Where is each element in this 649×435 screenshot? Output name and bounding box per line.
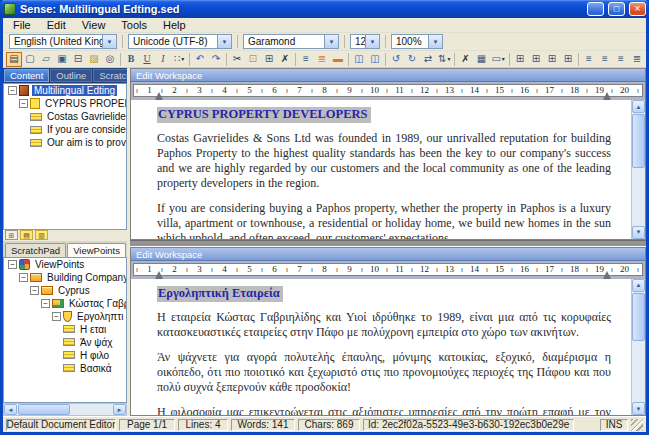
menu-edit[interactable]: Edit: [39, 19, 74, 31]
tab-outline[interactable]: Outline: [50, 69, 92, 82]
scroll-up-button[interactable]: ▲: [632, 279, 645, 292]
tree-item[interactable]: Our aim is to provide: [4, 136, 126, 149]
insert-row-below-button[interactable]: ⊞: [528, 52, 544, 67]
tree-item[interactable]: Η εται: [4, 323, 126, 336]
insert-column-right-button[interactable]: ⊞: [560, 52, 576, 67]
new-document-button[interactable]: ▢: [22, 52, 38, 67]
note-folder-button[interactable]: ▥: [35, 230, 48, 240]
right-margin-marker[interactable]: [603, 271, 611, 279]
tree-expander[interactable]: −: [30, 286, 39, 295]
tree-item[interactable]: If you are considerin: [4, 123, 126, 136]
align-center-button[interactable]: ≡: [597, 52, 613, 67]
tab-viewpoints[interactable]: ViewPoints: [67, 243, 126, 257]
export-page-button[interactable]: ▨: [86, 52, 102, 67]
text-select-button[interactable]: ∷▾: [171, 52, 187, 67]
font-size-select[interactable]: 12 ▼: [350, 34, 380, 49]
list-button[interactable]: ≣: [314, 52, 330, 67]
close-button[interactable]: ×: [629, 2, 646, 16]
undo-button[interactable]: ↶: [192, 52, 208, 67]
menu-file[interactable]: File: [5, 19, 39, 31]
tab-scratchpad-bottom[interactable]: ScratchPad: [5, 243, 66, 257]
dropdown-arrow-icon[interactable]: ▼: [217, 35, 231, 48]
thesaurus-button[interactable]: ◫: [351, 52, 367, 67]
tree-expander[interactable]: −: [8, 260, 17, 269]
menu-help[interactable]: Help: [155, 19, 194, 31]
tree-item[interactable]: Η φιλο: [4, 349, 126, 362]
tree-item[interactable]: −Εργοληπτι: [4, 310, 126, 323]
tree-item[interactable]: −Multilingual Edting: [4, 84, 126, 97]
scrollbar-thumb[interactable]: [632, 293, 645, 341]
fit-page-button[interactable]: ⇅▾: [436, 52, 452, 67]
dropdown-arrow-icon[interactable]: ▼: [102, 35, 116, 48]
encoding-select[interactable]: Unicode (UTF-8) ▼: [128, 34, 232, 49]
resize-grip[interactable]: [631, 419, 643, 431]
right-margin-marker[interactable]: [603, 92, 611, 100]
tree-item[interactable]: Βασικά: [4, 362, 126, 375]
tree-expander[interactable]: −: [8, 86, 17, 95]
redo-button[interactable]: ↷: [208, 52, 224, 67]
edit-workspace-top[interactable]: CYPRUS PROPERTY DEVELOPERS Costas Gavrie…: [131, 100, 645, 239]
language-select[interactable]: English (United Kingdom) ▼: [9, 34, 117, 49]
justify-button[interactable]: ≣: [629, 52, 645, 67]
font-select[interactable]: Garamond ▼: [243, 34, 339, 49]
left-margin-marker[interactable]: [155, 92, 163, 100]
scroll-right-button[interactable]: ►: [113, 404, 126, 415]
dictionary-button[interactable]: ◫: [367, 52, 383, 67]
scroll-up-button[interactable]: ▲: [632, 100, 645, 113]
print-button[interactable]: ⊟: [70, 52, 86, 67]
tab-content[interactable]: Content: [4, 69, 49, 82]
tree-item[interactable]: Costas Gavrielides &: [4, 110, 126, 123]
paste-button[interactable]: ⊞: [261, 52, 277, 67]
border-style-button[interactable]: ▭▾: [489, 52, 506, 67]
fit-width-button[interactable]: ⇄: [420, 52, 436, 67]
left-margin-marker[interactable]: [155, 271, 163, 279]
italic-button[interactable]: I: [155, 52, 171, 67]
menu-view[interactable]: View: [74, 19, 114, 31]
insert-row-above-button[interactable]: ⊞: [512, 52, 528, 67]
zoom-select[interactable]: 100% ▼: [391, 34, 443, 49]
maximize-button[interactable]: □: [608, 2, 625, 16]
align-right-button[interactable]: ≡: [613, 52, 629, 67]
scroll-left-button[interactable]: ◄: [4, 404, 17, 415]
tab-scratchpad[interactable]: ScratchPad: [93, 69, 127, 82]
tree-item[interactable]: −CYPRUS PROPERTY D: [4, 97, 126, 110]
horizontal-scrollbar[interactable]: ◄ ►: [3, 403, 127, 416]
tree-item[interactable]: −ViewPoints: [4, 258, 126, 271]
note-up-button[interactable]: ▤: [20, 230, 33, 240]
line-spacing-button[interactable]: ≡: [298, 52, 314, 67]
copy-button[interactable]: ⊡: [245, 52, 261, 67]
highlight-button[interactable]: ▬: [330, 52, 346, 67]
tree-expander[interactable]: −: [41, 299, 50, 308]
scroll-down-button[interactable]: ▼: [632, 402, 645, 415]
dropdown-arrow-icon[interactable]: ▼: [365, 35, 379, 48]
save-button[interactable]: ▣: [54, 52, 70, 67]
tree-expander[interactable]: −: [19, 99, 28, 108]
minimize-button[interactable]: _: [587, 2, 604, 16]
scrollbar-thumb[interactable]: [18, 404, 70, 415]
tree-expander[interactable]: −: [19, 273, 28, 282]
tree-item[interactable]: −Cyprus: [4, 284, 126, 297]
insert-column-left-button[interactable]: ⊞: [544, 52, 560, 67]
scrollbar-thumb[interactable]: [632, 114, 645, 168]
formatting-marks-toggle[interactable]: ▤: [6, 52, 22, 67]
scroll-down-button[interactable]: ▼: [632, 226, 645, 239]
title-bar[interactable]: Sense: Multilingual Edting.sed _ □ ×: [0, 0, 649, 18]
tree-item[interactable]: −Building Company: [4, 271, 126, 284]
find-button[interactable]: ◎: [102, 52, 118, 67]
tree-expander[interactable]: −: [52, 312, 61, 321]
delete-button[interactable]: ✗: [277, 52, 293, 67]
vertical-scrollbar[interactable]: ▲ ▼: [631, 279, 645, 415]
edit-workspace-bottom[interactable]: Εργοληπτική Εταιρεία Η εταιρεία Κώστας Γ…: [131, 279, 645, 415]
rotate-left-button[interactable]: ↺: [388, 52, 404, 67]
add-section-button[interactable]: ⊞: [5, 230, 18, 240]
underline-button[interactable]: U: [139, 52, 155, 67]
open-document-button[interactable]: ▱: [38, 52, 54, 67]
delete-element-button[interactable]: ✗: [457, 52, 473, 67]
horizontal-splitter[interactable]: [130, 240, 646, 247]
dropdown-arrow-icon[interactable]: ▼: [428, 35, 442, 48]
align-left-button[interactable]: ≡: [581, 52, 597, 67]
bold-button[interactable]: B: [123, 52, 139, 67]
rotate-right-button[interactable]: ↻: [404, 52, 420, 67]
tree-item[interactable]: −Κώστας Γαβρι: [4, 297, 126, 310]
vertical-scrollbar[interactable]: ▲ ▼: [631, 100, 645, 239]
